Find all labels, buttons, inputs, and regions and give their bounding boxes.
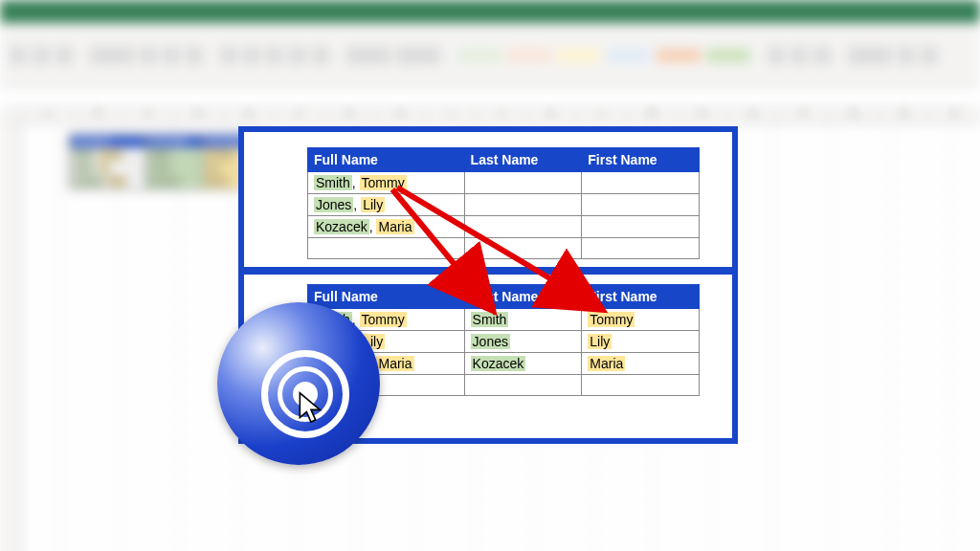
mini-table-preview: Full Name Last Name First Name Smith, To… <box>69 134 262 189</box>
header-full-name: Full Name <box>308 285 465 309</box>
column-header: A <box>23 107 74 123</box>
column-header: F <box>275 107 325 123</box>
table-row: Smith, Tommy Smith Tommy <box>308 309 700 331</box>
column-header: D <box>174 107 225 123</box>
column-header: C <box>123 107 174 123</box>
column-header: K <box>526 107 577 123</box>
table-row: Jones, Lily <box>308 194 700 216</box>
cursor-icon <box>298 390 324 425</box>
divider <box>244 267 732 275</box>
column-header: L <box>577 107 628 123</box>
click-logo-icon <box>217 302 380 465</box>
column-header: R <box>880 107 930 123</box>
column-header: E <box>225 107 276 123</box>
cell-firstname: Tommy <box>582 309 700 331</box>
title-bar <box>0 0 980 23</box>
column-header: G <box>325 107 376 123</box>
cell-lastname-empty <box>464 172 582 194</box>
tutorial-overlay: Full Name Last Name First Name Smith, To… <box>244 132 732 438</box>
column-header: H <box>375 107 426 123</box>
before-table: Full Name Last Name First Name Smith, To… <box>307 147 700 259</box>
mini-cell: Smith, Tommy <box>70 148 146 162</box>
mini-header-full: Full Name <box>70 135 146 148</box>
column-header: N <box>678 107 728 123</box>
formula-bar <box>0 88 980 107</box>
table-row: Smith, Tommy <box>308 172 700 194</box>
column-header: B <box>74 107 124 123</box>
table-row <box>308 238 700 259</box>
before-pane: Full Name Last Name First Name Smith, To… <box>244 132 732 267</box>
cell-firstname-empty <box>582 172 700 194</box>
column-header: S <box>929 107 980 123</box>
header-full-name: Full Name <box>308 148 465 172</box>
column-header: J <box>477 107 527 123</box>
cell-fullname: Smith, Tommy <box>308 172 465 194</box>
cell-lastname: Smith <box>464 309 582 331</box>
column-header: O <box>728 107 779 123</box>
header-first-name: First Name <box>582 148 700 172</box>
column-header: I <box>426 107 477 123</box>
column-header: P <box>778 107 829 123</box>
table-row: Kozacek, Maria <box>308 216 700 238</box>
ribbon <box>0 23 980 88</box>
column-header: Q <box>829 107 880 123</box>
header-last-name: Last Name <box>464 285 582 309</box>
column-headers: ABCDEFGHIJKLMNOPQRS <box>0 107 980 124</box>
header-first-name: First Name <box>582 285 700 309</box>
mini-header-last: Last Name <box>146 135 204 148</box>
column-header: M <box>628 107 679 123</box>
header-last-name: Last Name <box>464 148 582 172</box>
